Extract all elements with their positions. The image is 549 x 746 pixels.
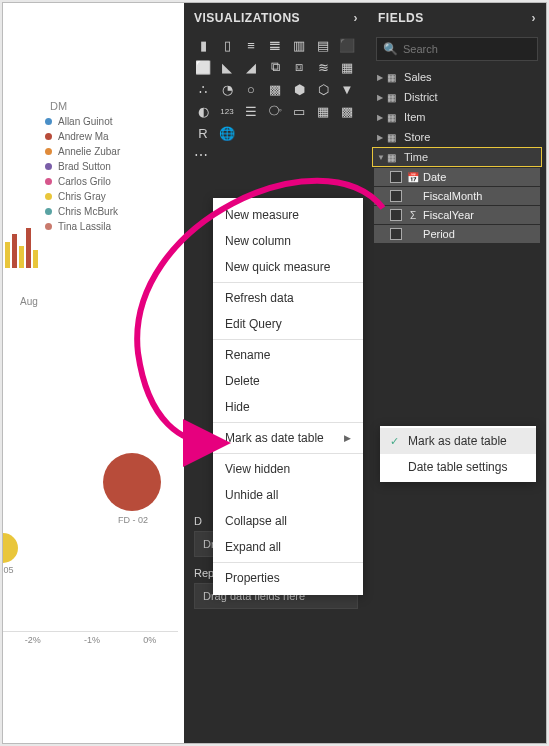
funnel-icon[interactable]: ▼ bbox=[336, 79, 358, 99]
donut-icon[interactable]: ○ bbox=[240, 79, 262, 99]
menu-new-measure[interactable]: New measure bbox=[213, 202, 363, 228]
bubble-marker[interactable] bbox=[3, 533, 18, 563]
waterfall-icon[interactable]: ▦ bbox=[336, 57, 358, 77]
field-period[interactable]: Period bbox=[374, 225, 540, 243]
combo2-icon[interactable]: ⧈ bbox=[288, 57, 310, 77]
table-icon: ▦ bbox=[387, 152, 401, 163]
menu-properties[interactable]: Properties bbox=[213, 565, 363, 591]
filled-map-icon[interactable]: ⬡ bbox=[312, 79, 334, 99]
x-axis-tick: Aug bbox=[20, 296, 38, 307]
globe-icon[interactable]: 🌐 bbox=[216, 123, 238, 143]
column-icon[interactable]: ▥ bbox=[288, 35, 310, 55]
r-visual-icon[interactable]: R bbox=[192, 123, 214, 143]
legend-item[interactable]: Annelie Zubar bbox=[45, 146, 120, 157]
bubble-marker[interactable] bbox=[103, 453, 161, 511]
slicer-icon[interactable]: ▭ bbox=[288, 101, 310, 121]
area-icon[interactable]: ◣ bbox=[216, 57, 238, 77]
field-date[interactable]: 📅 Date bbox=[374, 168, 540, 186]
bar-chart: DM Allan Guinot Andrew Ma Annelie Zubar … bbox=[5, 8, 180, 318]
calendar-icon: 📅 bbox=[406, 172, 420, 183]
clustered-bar-icon[interactable]: ≡ bbox=[240, 35, 262, 55]
table-row-store[interactable]: ▶▦ Store bbox=[372, 127, 542, 147]
checkbox-icon[interactable] bbox=[390, 228, 402, 240]
menu-view-hidden[interactable]: View hidden bbox=[213, 456, 363, 482]
clustered-column-icon[interactable]: 𝌆 bbox=[264, 35, 286, 55]
map-icon[interactable]: ⬢ bbox=[288, 79, 310, 99]
treemap-icon[interactable]: ▩ bbox=[264, 79, 286, 99]
stacked-column-icon[interactable]: ▯ bbox=[216, 35, 238, 55]
field-fiscalmonth[interactable]: FiscalMonth bbox=[374, 187, 540, 205]
matrix-icon[interactable]: ▩ bbox=[336, 101, 358, 121]
chevron-right-icon[interactable]: › bbox=[354, 11, 359, 25]
submenu-date-table-settings[interactable]: Date table settings bbox=[380, 454, 536, 480]
legend-item[interactable]: Chris Gray bbox=[45, 191, 120, 202]
search-field[interactable] bbox=[403, 43, 541, 55]
menu-edit-query[interactable]: Edit Query bbox=[213, 311, 363, 337]
checkbox-icon[interactable] bbox=[390, 209, 402, 221]
legend-item[interactable]: Chris McBurk bbox=[45, 206, 120, 217]
panel-title: VISUALIZATIONS bbox=[194, 11, 300, 25]
pie-icon[interactable]: ◔ bbox=[216, 79, 238, 99]
bar-icon[interactable]: ▤ bbox=[312, 35, 334, 55]
column2-icon[interactable]: ⬛ bbox=[336, 35, 358, 55]
field-fiscalyear[interactable]: Σ FiscalYear bbox=[374, 206, 540, 224]
line-icon[interactable]: ⬜ bbox=[192, 57, 214, 77]
table-row-time[interactable]: ▼▦ Time bbox=[372, 147, 542, 167]
context-submenu: ✓Mark as date table Date table settings bbox=[380, 426, 536, 482]
menu-collapse-all[interactable]: Collapse all bbox=[213, 508, 363, 534]
bubble-label: FD - 02 bbox=[118, 515, 148, 525]
checkbox-icon[interactable] bbox=[390, 171, 402, 183]
table-row-sales[interactable]: ▶▦ Sales bbox=[372, 67, 542, 87]
menu-rename[interactable]: Rename bbox=[213, 342, 363, 368]
legend-item[interactable]: Brad Sutton bbox=[45, 161, 120, 172]
menu-unhide-all[interactable]: Unhide all bbox=[213, 482, 363, 508]
table-row-item[interactable]: ▶▦ Item bbox=[372, 107, 542, 127]
fields-panel: FIELDS › 🔍 ▶▦ Sales ▶▦ District ▶▦ Item … bbox=[368, 3, 546, 743]
panel-title: FIELDS bbox=[378, 11, 424, 25]
table-icon: ▦ bbox=[387, 112, 401, 123]
card-icon[interactable]: 123 bbox=[216, 101, 238, 121]
menu-mark-as-date-table[interactable]: Mark as date table▶ bbox=[213, 425, 363, 451]
menu-delete[interactable]: Delete bbox=[213, 368, 363, 394]
kpi-icon[interactable]: ⧂ bbox=[264, 101, 286, 121]
legend-item[interactable]: Carlos Grilo bbox=[45, 176, 120, 187]
bubble-label: - 05 bbox=[3, 565, 14, 575]
combo-icon[interactable]: ⧉ bbox=[264, 57, 286, 77]
scatter-chart: FD - 02 - 05 -2% -1% 0% bbox=[3, 373, 178, 653]
table-icon: ▦ bbox=[387, 132, 401, 143]
submenu-mark-as-date-table[interactable]: ✓Mark as date table bbox=[380, 428, 536, 454]
stacked-bar-icon[interactable]: ▮ bbox=[192, 35, 214, 55]
report-canvas[interactable]: DM Allan Guinot Andrew Ma Annelie Zubar … bbox=[3, 3, 180, 743]
legend-title: DM bbox=[50, 100, 67, 112]
menu-refresh-data[interactable]: Refresh data bbox=[213, 285, 363, 311]
legend-item[interactable]: Allan Guinot bbox=[45, 116, 120, 127]
scatter-icon[interactable]: ∴ bbox=[192, 79, 214, 99]
more-options-icon[interactable]: ⋯ bbox=[184, 143, 368, 167]
context-menu: New measure New column New quick measure… bbox=[213, 198, 363, 595]
visualization-gallery: ▮ ▯ ≡ 𝌆 ▥ ▤ ⬛ ⬜ ◣ ◢ ⧉ ⧈ ≋ ▦ ∴ ◔ ○ ▩ ⬢ ⬡ … bbox=[184, 33, 368, 143]
check-icon: ✓ bbox=[390, 435, 402, 448]
table-icon[interactable]: ▦ bbox=[312, 101, 334, 121]
chevron-right-icon: ▶ bbox=[344, 433, 351, 443]
bar-cluster bbox=[5, 218, 45, 268]
gauge-icon[interactable]: ◐ bbox=[192, 101, 214, 121]
menu-expand-all[interactable]: Expand all bbox=[213, 534, 363, 560]
menu-new-column[interactable]: New column bbox=[213, 228, 363, 254]
table-row-district[interactable]: ▶▦ District bbox=[372, 87, 542, 107]
chevron-right-icon[interactable]: › bbox=[532, 11, 537, 25]
search-icon: 🔍 bbox=[383, 42, 398, 56]
x-axis: -2% -1% 0% bbox=[3, 631, 178, 645]
ribbon-icon[interactable]: ≋ bbox=[312, 57, 334, 77]
legend: Allan Guinot Andrew Ma Annelie Zubar Bra… bbox=[45, 116, 120, 236]
search-input[interactable]: 🔍 bbox=[376, 37, 538, 61]
table-icon: ▦ bbox=[387, 72, 401, 83]
table-icon: ▦ bbox=[387, 92, 401, 103]
sigma-icon: Σ bbox=[406, 210, 420, 221]
stacked-area-icon[interactable]: ◢ bbox=[240, 57, 262, 77]
legend-item[interactable]: Andrew Ma bbox=[45, 131, 120, 142]
checkbox-icon[interactable] bbox=[390, 190, 402, 202]
menu-hide[interactable]: Hide bbox=[213, 394, 363, 420]
multi-card-icon[interactable]: ☰ bbox=[240, 101, 262, 121]
legend-item[interactable]: Tina Lassila bbox=[45, 221, 120, 232]
menu-new-quick-measure[interactable]: New quick measure bbox=[213, 254, 363, 280]
